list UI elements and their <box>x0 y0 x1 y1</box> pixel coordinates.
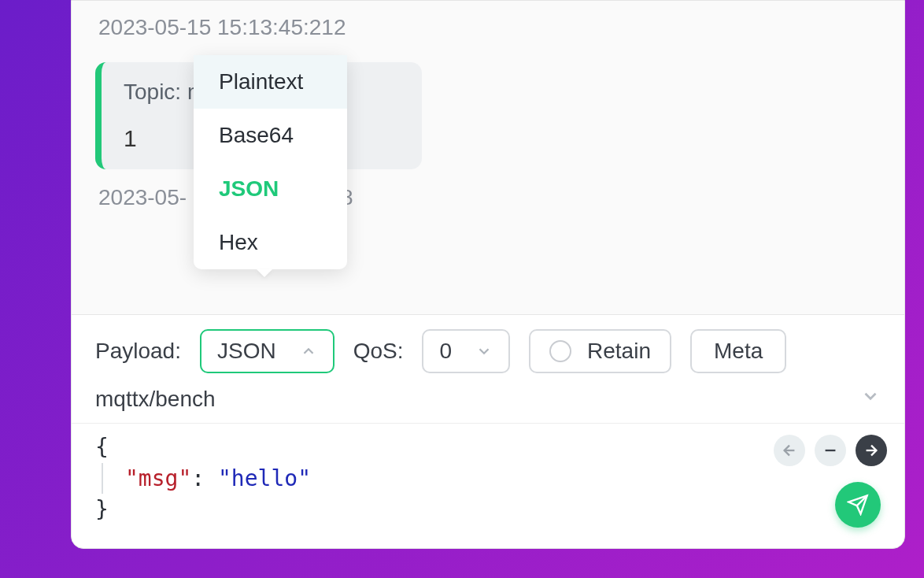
app-panel: 2023-05-15 15:13:45:212 Topic: m QoS: 0 … <box>71 0 905 549</box>
payload-label: Payload: <box>95 339 181 364</box>
dropdown-option-hex[interactable]: Hex <box>194 216 347 269</box>
arrow-right-icon <box>863 442 880 459</box>
json-key: "msg" <box>125 465 191 491</box>
json-string-value: "hello" <box>218 465 311 491</box>
minus-icon <box>822 442 839 459</box>
qos-value: 0 <box>439 339 452 364</box>
messages-area: 2023-05-15 15:13:45:212 Topic: m QoS: 0 … <box>72 1 904 314</box>
next-button[interactable] <box>856 435 887 466</box>
payload-format-select[interactable]: JSON <box>200 329 334 373</box>
editor-actions <box>774 435 887 466</box>
json-close-brace: } <box>95 494 881 524</box>
minus-button[interactable] <box>815 435 846 466</box>
send-button[interactable] <box>835 482 881 528</box>
chevron-up-icon <box>300 343 317 360</box>
json-line: "msg": "hello" <box>102 463 881 494</box>
collapse-toggle[interactable] <box>860 386 881 412</box>
chevron-down-icon <box>475 343 493 360</box>
dropdown-option-json[interactable]: JSON <box>194 162 347 216</box>
qos-select[interactable]: 0 <box>422 329 510 373</box>
prev-button[interactable] <box>774 435 805 466</box>
topic-row: mqttx/bench <box>72 378 904 423</box>
payload-format-value: JSON <box>217 339 276 364</box>
payload-format-dropdown[interactable]: Plaintext Base64 JSON Hex <box>194 55 347 269</box>
retain-toggle[interactable]: Retain <box>529 329 671 373</box>
arrow-left-icon <box>781 442 798 459</box>
message-timestamp: 2023-05-15 15:13:45:212 <box>98 15 881 40</box>
qos-label: QoS: <box>353 339 404 364</box>
json-open-brace: { <box>95 432 881 462</box>
topic-input[interactable]: mqttx/bench <box>95 387 216 412</box>
payload-editor[interactable]: { "msg": "hello" } <box>72 423 904 548</box>
dropdown-option-base64[interactable]: Base64 <box>194 109 347 162</box>
retain-label: Retain <box>587 339 651 364</box>
send-icon <box>847 494 869 516</box>
chevron-down-icon <box>860 386 881 406</box>
meta-button[interactable]: Meta <box>690 329 786 373</box>
dropdown-option-plaintext[interactable]: Plaintext <box>194 55 347 109</box>
meta-label: Meta <box>714 339 763 364</box>
publish-bar: Payload: JSON QoS: 0 Retain Meta <box>72 314 904 378</box>
json-colon: : <box>191 465 218 491</box>
radio-icon <box>549 340 571 362</box>
